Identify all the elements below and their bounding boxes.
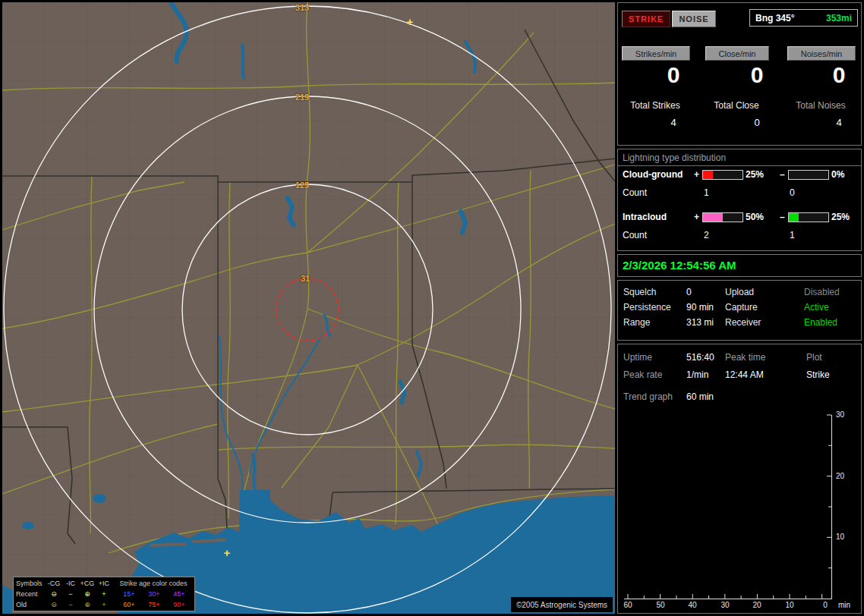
uptime-value: 516:40 [686,352,714,363]
minus-sign: – [780,169,785,180]
distribution-section: Lightning type distribution Cloud-ground… [617,149,862,251]
total-noises-label: Total Noises [787,100,854,111]
ic-minus-bar [788,212,829,222]
cg-minus-bar [788,170,829,180]
x-tick-0: 0 [818,601,833,609]
noise-plot-button[interactable]: NOISE [672,11,716,27]
close-per-min-value: 0 [724,62,790,88]
peak-time-label: Peak time [725,352,765,363]
symbol-pos-cg-icon: ⊕ [79,589,96,599]
plus-sign: + [694,212,699,222]
uptime-label: Uptime [623,352,652,363]
legend-type-pcg: +CG [79,579,96,589]
copyright-text: ©2005 Astrogenic Systems [511,597,613,612]
ic-plus-bar [702,212,743,222]
trend-section: Uptime 516:40 Peak time Plot Peak rate 1… [617,344,862,614]
capture-status: Active [804,302,829,313]
bearing-readout: Bng 345° 353mi [749,9,858,27]
divider [618,165,861,166]
cg-minus-count: 0 [790,187,795,198]
x-tick-50: 50 [653,601,668,609]
cg-plus-pct: 25% [746,169,764,180]
ic-plus-bar-fill [703,213,723,222]
intracloud-label: Intracloud [623,212,667,222]
lightning-map[interactable]: 313 219 125 31 + + Symbols -CG -IC +CG +… [2,2,615,614]
y-tick-10: 10 [836,533,844,541]
symbol-neg-cg-icon: ⊖ [46,589,62,599]
total-strikes-label: Total Strikes [622,100,689,111]
ring-label-31: 31 [292,274,319,283]
strikes-per-min-chip[interactable]: Strikes/min [622,46,690,61]
strike-plot-button[interactable]: STRIKE [622,11,670,27]
upload-label: Upload [725,287,754,297]
legend-type-pic: +IC [96,579,112,589]
strike-marker: + [404,16,416,28]
legend-recent-symbols: ⊖−⊕+ [46,589,112,599]
range-value: 313 mi [686,317,714,328]
receiver-label: Receiver [725,317,761,328]
ring-label-313: 313 [289,3,316,12]
close-per-min-chip[interactable]: Close/min [705,46,769,61]
legend-old-row: Old ⊖−⊕+ 60+ 75+ 90+ [14,600,194,610]
total-close-value: 0 [724,117,790,128]
trend-graph-plot [618,409,861,614]
upload-status: Disabled [804,287,840,297]
trend-graph-window: 60 min [686,391,714,402]
legend-old-label: Old [16,600,45,610]
bearing-label: Bng 345° [755,13,794,24]
symbol-pos-ic-icon: + [96,600,112,610]
age-30: 30+ [142,589,166,599]
legend-type-nic: -IC [62,579,79,589]
legend-symbols-header: Symbols [16,579,45,589]
legend-age-header: Strike age color codes [114,579,193,589]
persistence-value: 90 min [686,302,714,313]
total-strikes-value: 4 [640,117,707,128]
symbol-pos-cg-icon: ⊕ [79,600,96,610]
status-section: Squelch 0 Upload Disabled Persistence 90… [617,280,862,341]
age-75: 75+ [142,600,166,610]
datetime-section: 2/3/2026 12:54:56 AM [617,254,862,277]
capture-label: Capture [725,302,758,313]
x-tick-30: 30 [717,601,733,609]
legend-type-ncg: -CG [46,579,62,589]
age-15: 15+ [117,589,141,599]
ic-plus-count: 2 [704,230,709,240]
peak-rate-value: 1/min [686,369,708,380]
squelch-label: Squelch [623,287,656,297]
total-close-label: Total Close [705,100,768,111]
range-label: Range [623,317,650,328]
x-tick-60: 60 [620,601,635,609]
cg-plus-bar [702,170,743,180]
nexstorm-window: 313 219 125 31 + + Symbols -CG -IC +CG +… [0,0,864,616]
ring-label-125: 125 [289,181,316,190]
noises-per-min-value: 0 [806,62,864,88]
y-tick-30: 30 [836,410,844,419]
ic-minus-bar-fill [789,213,799,222]
noises-per-min-chip[interactable]: Noises/min [787,46,856,61]
age-60: 60+ [117,600,141,610]
persistence-label: Persistence [623,302,671,313]
ic-minus-pct: 25% [831,212,850,222]
receiver-status: Enabled [804,317,837,328]
map-legend: Symbols -CG -IC +CG +IC Strike age color… [13,577,195,611]
ring-label-219: 219 [289,93,316,102]
x-tick-20: 20 [749,601,765,609]
ic-plus-pct: 50% [746,212,764,222]
datetime-display: 2/3/2026 12:54:56 AM [623,259,736,272]
count-label: Count [623,187,647,198]
legend-header-row: Symbols -CG -IC +CG +IC Strike age color… [14,579,194,589]
ic-minus-count: 1 [790,230,795,240]
symbol-neg-cg-icon: ⊖ [46,600,62,610]
strikes-per-min-value: 0 [640,62,707,88]
legend-recent-label: Recent [16,589,45,599]
age-45: 45+ [167,589,191,599]
peak-time-value: 12:44 AM [725,369,764,380]
cg-minus-pct: 0% [831,169,844,180]
x-tick-40: 40 [685,601,700,609]
strike-stats-section: STRIKE NOISE Bng 345° 353mi Strikes/min … [617,2,862,146]
peak-rate-label: Peak rate [623,369,662,380]
cg-plus-bar-fill [703,171,713,179]
plot-label: Plot [806,352,822,363]
symbol-neg-ic-icon: − [62,600,79,610]
bearing-distance: 353mi [826,13,852,24]
